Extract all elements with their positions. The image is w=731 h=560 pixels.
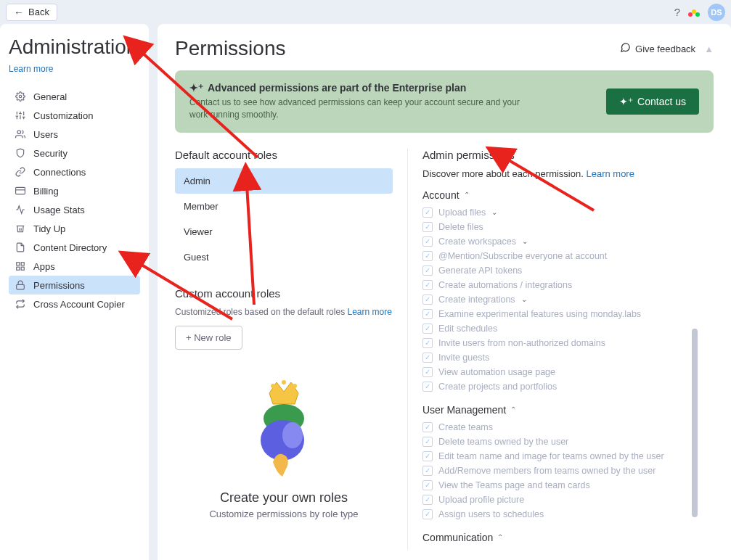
perm-item: ✓Examine experimental features using mon… [422,307,705,321]
sidebar-item-label: Users [33,129,58,140]
svg-point-23 [293,384,297,388]
sidebar-item-tidy-up[interactable]: Tidy Up [9,219,140,238]
section-label: Communication [422,532,493,543]
sidebar-item-label: Cross Account Copier [33,299,125,310]
broom-icon [15,223,26,234]
chevron-up-icon: ⌃ [464,191,470,199]
checkbox-icon[interactable]: ✓ [422,207,433,218]
sidebar-item-connections[interactable]: Connections [9,162,140,181]
checkbox-icon[interactable]: ✓ [422,437,433,447]
perm-label: Create automations / integrations [438,280,572,290]
illustration-title: Create your own roles [175,490,393,506]
perm-label: @Mention/Subscribe everyone at account [438,251,607,261]
checkbox-icon[interactable]: ✓ [422,382,433,392]
scroll-up-icon: ▲ [704,44,714,54]
checkbox-icon[interactable]: ✓ [422,451,433,461]
sidebar-item-label: Apps [33,261,55,272]
role-item-admin[interactable]: Admin [175,168,393,194]
sidebar-item-label: Tidy Up [33,223,65,234]
checkbox-icon[interactable]: ✓ [422,367,433,377]
contact-us-button[interactable]: ✦⁺ Contact us [606,88,699,115]
checkbox-icon[interactable]: ✓ [422,265,433,276]
swap-icon [15,298,26,310]
monday-logo-icon [687,6,701,19]
checkbox-icon[interactable]: ✓ [422,251,433,261]
sidebar-item-label: Billing [33,186,59,197]
chevron-up-icon: ⌃ [510,405,516,413]
perm-section-account[interactable]: Account⌃ [422,189,705,201]
checkbox-icon[interactable]: ✓ [422,222,433,232]
chevron-down-icon[interactable]: ⌄ [491,208,497,216]
chat-icon [620,42,631,55]
svg-point-21 [271,384,275,388]
role-item-member[interactable]: Member [175,194,393,219]
default-roles-heading: Default account roles [175,149,393,161]
back-button[interactable]: ← Back [6,4,57,21]
checkbox-icon[interactable]: ✓ [422,480,433,490]
perm-label: Invite users from non-authorized domains [438,338,605,348]
custom-roles-learn-more[interactable]: Learn more [347,307,391,317]
arrow-left-icon: ← [14,7,24,18]
checkbox-icon[interactable]: ✓ [422,324,433,334]
perm-item: ✓@Mention/Subscribe everyone at account [422,249,705,263]
svg-point-3 [19,95,22,98]
perm-item: ✓Upload profile picture [422,493,705,507]
perm-label: Invite guests [438,353,489,363]
sidebar-item-permissions[interactable]: Permissions [9,276,140,295]
sidebar-item-billing[interactable]: Billing [9,181,140,200]
perm-label: View automation usage page [438,367,555,377]
chevron-up-icon: ⌃ [497,533,503,541]
role-item-guest[interactable]: Guest [175,244,393,270]
section-label: Account [422,189,460,201]
checkbox-icon[interactable]: ✓ [422,495,433,505]
perm-label: Edit team name and image for teams owned… [438,451,664,461]
sidebar-item-usage-stats[interactable]: Usage Stats [9,200,140,219]
sidebar-item-users[interactable]: Users [9,125,140,144]
svg-point-2 [695,12,700,17]
perm-item: ✓View the Teams page and team cards [422,478,705,493]
sidebar-item-cross-account-copier[interactable]: Cross Account Copier [9,295,140,313]
checkbox-icon[interactable]: ✓ [422,353,433,363]
sidebar-item-security[interactable]: Security [9,144,140,162]
svg-point-0 [688,12,693,17]
chevron-down-icon[interactable]: ⌄ [522,237,528,245]
checkbox-icon[interactable]: ✓ [422,509,433,519]
checkbox-icon[interactable]: ✓ [422,338,433,348]
role-item-viewer[interactable]: Viewer [175,219,393,244]
perm-section-communication[interactable]: Communication⌃ [422,532,705,543]
learn-more-link[interactable]: Learn more [9,64,53,74]
give-feedback-button[interactable]: Give feedback ▲ [620,42,714,55]
checkbox-icon[interactable]: ✓ [422,295,433,305]
custom-roles-heading: Custom account roles [175,287,393,300]
sidebar-item-general[interactable]: General [9,87,140,106]
link-icon [15,166,26,178]
illustration-subtitle: Customize permissions by role type [175,508,393,519]
checkbox-icon[interactable]: ✓ [422,466,433,476]
sidebar-item-label: Security [33,148,68,159]
perm-section-user-management[interactable]: User Management⌃ [422,404,705,416]
help-icon[interactable]: ? [674,6,680,18]
perm-item: ✓Create projects and portfolios [422,379,705,394]
sparkle-icon: ✦⁺ [619,96,633,107]
sidebar-item-content-directory[interactable]: Content Directory [9,238,140,257]
admin-permissions-heading: Admin permissions [422,149,714,161]
sidebar-item-apps[interactable]: Apps [9,257,140,276]
sidebar-item-customization[interactable]: Customization [9,106,140,125]
perm-label: Add/Remove members from teams owned by t… [438,466,656,476]
checkbox-icon[interactable]: ✓ [422,280,433,290]
permissions-scrollbar[interactable] [692,184,698,534]
sparkle-icon: ✦⁺ [189,82,203,94]
perm-label: Assign users to schedules [438,509,544,519]
checkbox-icon[interactable]: ✓ [422,236,433,247]
permissions-learn-more[interactable]: Learn more [586,168,634,179]
chevron-down-icon[interactable]: ⌄ [521,295,527,303]
back-label: Back [28,7,49,17]
perm-item: ✓Edit team name and image for teams owne… [422,449,705,464]
sidebar-item-label: Usage Stats [33,205,85,215]
perm-label: Upload files [438,207,486,218]
promo-desc: Contact us to see how advanced permissio… [189,96,531,121]
avatar[interactable]: DS [708,4,725,21]
checkbox-icon[interactable]: ✓ [422,422,433,432]
checkbox-icon[interactable]: ✓ [422,309,433,319]
new-role-button[interactable]: + New role [175,326,242,350]
